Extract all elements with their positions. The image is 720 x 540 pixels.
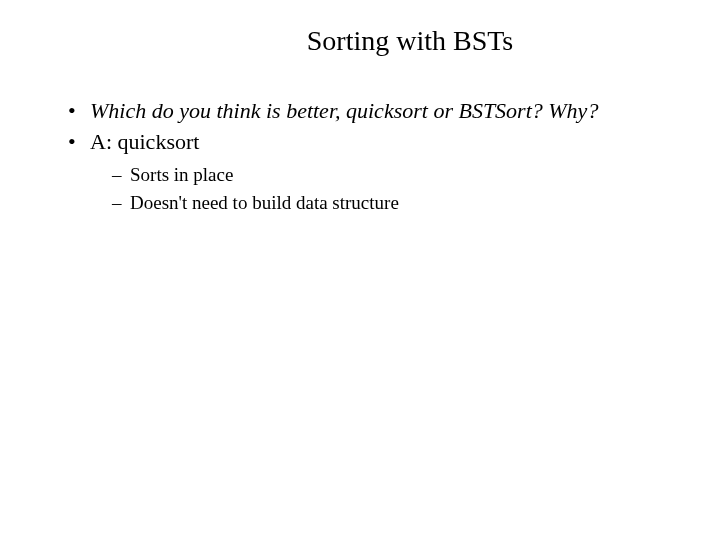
sub-bullet-item: Sorts in place [112, 162, 680, 188]
sub-bullet-list: Sorts in place Doesn't need to build dat… [112, 162, 680, 215]
bullet-text: A: quicksort [90, 129, 199, 154]
bullet-item: A: quicksort [68, 128, 680, 157]
main-bullet-list: Which do you think is better, quicksort … [68, 97, 680, 156]
slide-title: Sorting with BSTs [140, 25, 680, 57]
bullet-item: Which do you think is better, quicksort … [68, 97, 680, 126]
sub-bullet-text: Doesn't need to build data structure [130, 192, 399, 213]
sub-bullet-text: Sorts in place [130, 164, 233, 185]
bullet-text: Which do you think is better, quicksort … [90, 98, 598, 123]
sub-bullet-item: Doesn't need to build data structure [112, 190, 680, 216]
